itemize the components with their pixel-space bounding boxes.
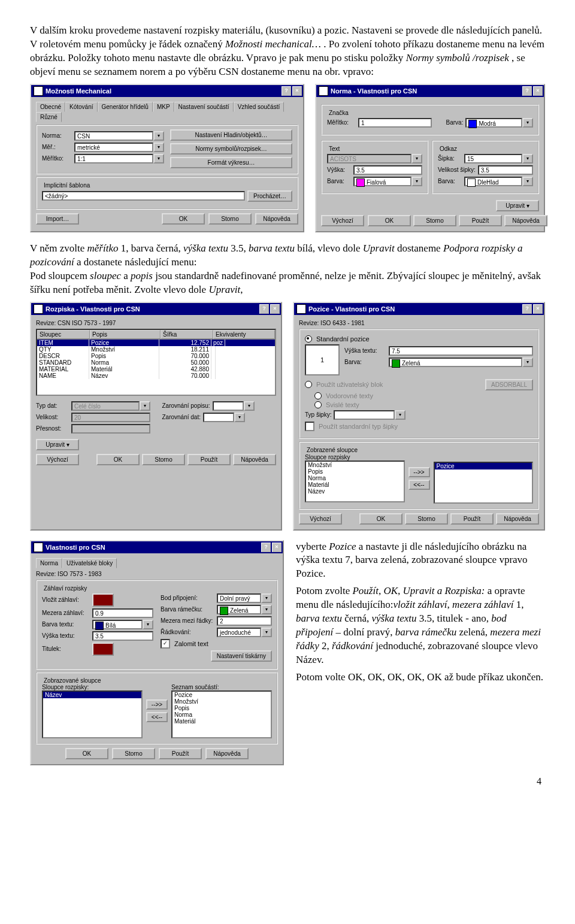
close-icon[interactable]: × bbox=[533, 86, 543, 96]
close-icon[interactable]: × bbox=[292, 86, 302, 96]
meritko-input[interactable]: 1 bbox=[358, 118, 432, 128]
help-icon[interactable]: ? bbox=[261, 543, 271, 552]
chevron-down-icon[interactable]: ▾ bbox=[261, 593, 272, 603]
std-pozice-radio[interactable] bbox=[305, 335, 312, 343]
import-button[interactable]: Import… bbox=[36, 213, 79, 225]
vyska-input[interactable]: 3.5 bbox=[353, 165, 422, 175]
titulek-toggle[interactable] bbox=[92, 643, 114, 656]
left-listbox[interactable]: Množství Popis Norma Materiál Název bbox=[305, 461, 405, 502]
sipka-dropdown[interactable]: 15▾ bbox=[464, 154, 533, 163]
chevron-down-icon[interactable]: ▾ bbox=[411, 177, 422, 186]
list-item[interactable]: Popis bbox=[306, 468, 404, 475]
normy-symbolu-button[interactable]: Normy symbolů/rozpisek… bbox=[170, 143, 292, 154]
vychozi-button[interactable]: Výchozí bbox=[36, 454, 79, 465]
radkovani-dropdown[interactable]: jednoduché▾ bbox=[217, 628, 272, 637]
zalomit-checkbox[interactable]: ✓ bbox=[161, 639, 170, 649]
tab-mkp[interactable]: MKP bbox=[153, 102, 174, 112]
typ-sipky-dropdown[interactable]: ▾ bbox=[334, 410, 405, 420]
zar-popisu-dropdown[interactable]: ▾ bbox=[213, 401, 255, 411]
tab-nast-soucasti[interactable]: Nastavení součástí bbox=[174, 102, 234, 112]
chevron-down-icon[interactable]: ▾ bbox=[522, 358, 533, 367]
pouzit-button[interactable]: Použít bbox=[459, 215, 502, 226]
typdat-dropdown[interactable]: Celé číslo▾ bbox=[71, 401, 150, 411]
storno-button[interactable]: Storno bbox=[405, 513, 448, 525]
napoveda-button[interactable]: Nápověda bbox=[496, 513, 539, 525]
nastaveni-tiskarny-button[interactable]: Nastavení tiskárny bbox=[211, 650, 272, 662]
pouzit-button[interactable]: Použít bbox=[450, 513, 494, 525]
list-item[interactable]: Pozice bbox=[435, 463, 532, 469]
chevron-down-icon[interactable]: ▾ bbox=[140, 401, 150, 411]
chevron-down-icon[interactable]: ▾ bbox=[153, 131, 164, 141]
nastaveni-hladin-button[interactable]: Nastavení Hladin/objektů… bbox=[170, 129, 292, 141]
remove-button[interactable]: <<-- bbox=[146, 712, 168, 722]
storno-button[interactable]: Storno bbox=[413, 215, 456, 226]
uziv-blok-radio[interactable] bbox=[305, 381, 312, 388]
chevron-down-icon[interactable]: ▾ bbox=[153, 154, 164, 163]
vychozi-button[interactable]: Výchozí bbox=[321, 215, 364, 226]
chevron-down-icon[interactable]: ▾ bbox=[522, 177, 533, 186]
norma-dropdown[interactable]: CSN▾ bbox=[74, 131, 164, 141]
barva-dropdown[interactable]: Zelená▾ bbox=[389, 358, 533, 367]
bod-pripojeni-dropdown[interactable]: Dolní pravý▾ bbox=[217, 593, 272, 603]
list-item[interactable]: Materiál bbox=[306, 481, 404, 488]
mezera-radky-input[interactable]: 2 bbox=[217, 616, 272, 626]
tab-ruzne[interactable]: Různé bbox=[36, 112, 62, 122]
storno-button[interactable]: Storno bbox=[208, 213, 252, 225]
storno-button[interactable]: Storno bbox=[142, 454, 185, 465]
table-row[interactable]: QTYMnožství18.211 bbox=[37, 346, 275, 353]
remove-button[interactable]: <<-- bbox=[408, 480, 430, 490]
napoveda-button[interactable]: Nápověda bbox=[504, 215, 547, 226]
list-item[interactable]: Norma bbox=[306, 475, 404, 481]
ok-button[interactable]: OK bbox=[359, 513, 402, 525]
close-icon[interactable]: × bbox=[533, 304, 543, 314]
meritko-dropdown[interactable]: 1:1▾ bbox=[74, 154, 164, 163]
ok-button[interactable]: OK bbox=[65, 748, 108, 759]
pouzit-button[interactable]: Použít bbox=[187, 454, 231, 465]
tab-kotovani[interactable]: Kótování bbox=[65, 102, 97, 112]
help-icon[interactable]: ? bbox=[522, 304, 532, 314]
font-dropdown[interactable]: ACISOTS▾ bbox=[327, 154, 422, 163]
mezera-input[interactable]: 0.9 bbox=[92, 608, 153, 618]
barva-text-dropdown[interactable]: Fialová▾ bbox=[353, 177, 422, 186]
napoveda-button[interactable]: Nápověda bbox=[255, 213, 298, 225]
tab-vzhled[interactable]: Vzhled součástí bbox=[234, 102, 285, 112]
zar-dat-dropdown[interactable]: ▾ bbox=[203, 413, 245, 422]
vlozit-toggle[interactable] bbox=[92, 593, 114, 607]
tab-gen-hridel[interactable]: Generátor hřídelů bbox=[98, 102, 153, 112]
close-icon[interactable]: × bbox=[272, 543, 282, 552]
ok-button[interactable]: OK bbox=[162, 213, 205, 225]
list-item[interactable]: Množství bbox=[172, 698, 271, 705]
add-button[interactable]: -->> bbox=[408, 467, 430, 477]
table-row[interactable]: STANDARDNorma50.000 bbox=[37, 359, 275, 366]
chevron-down-icon[interactable]: ▾ bbox=[143, 620, 153, 629]
add-button[interactable]: -->> bbox=[146, 699, 168, 710]
help-icon[interactable]: ? bbox=[522, 86, 532, 96]
list-item[interactable]: Název bbox=[306, 488, 404, 495]
barva-dropdown[interactable]: Modrá ▾ bbox=[465, 118, 533, 128]
chevron-down-icon[interactable]: ▾ bbox=[261, 628, 272, 637]
barva-ramecku-dropdown[interactable]: Zelená▾ bbox=[217, 605, 272, 614]
help-icon[interactable]: ? bbox=[259, 304, 269, 314]
barva-textu-dropdown[interactable]: Bílá▾ bbox=[92, 620, 153, 629]
format-vykresu-button[interactable]: Formát výkresu… bbox=[170, 157, 292, 168]
right-listbox[interactable]: Pozice Množství Popis Norma Materiál bbox=[171, 690, 272, 738]
chevron-down-icon[interactable]: ▾ bbox=[522, 118, 533, 128]
chevron-down-icon[interactable]: ▾ bbox=[153, 143, 164, 152]
tab-uziv-bloky[interactable]: Uživatelské bloky bbox=[62, 558, 117, 568]
chevron-down-icon[interactable]: ▾ bbox=[234, 413, 245, 422]
vyska-textu-input[interactable]: 7.5 bbox=[389, 346, 533, 356]
list-item[interactable]: Norma bbox=[172, 711, 271, 718]
vel-input[interactable]: 20 bbox=[71, 413, 150, 422]
chevron-down-icon[interactable]: ▾ bbox=[411, 154, 422, 163]
std-sipka-checkbox[interactable] bbox=[305, 422, 314, 431]
ok-button[interactable]: OK bbox=[96, 454, 140, 465]
table-row[interactable]: DESCRPopis70.000 bbox=[37, 353, 275, 359]
storno-button[interactable]: Storno bbox=[112, 748, 155, 759]
pres-input[interactable] bbox=[71, 424, 150, 434]
prochazet-button[interactable]: Procházet… bbox=[247, 190, 292, 202]
chevron-down-icon[interactable]: ▾ bbox=[522, 154, 533, 163]
barva-odkaz-dropdown[interactable]: DleHlad▾ bbox=[464, 177, 533, 186]
pouzit-button[interactable]: Použít bbox=[159, 748, 202, 759]
help-icon[interactable]: ? bbox=[282, 86, 291, 96]
list-item[interactable]: Množství bbox=[306, 462, 404, 468]
